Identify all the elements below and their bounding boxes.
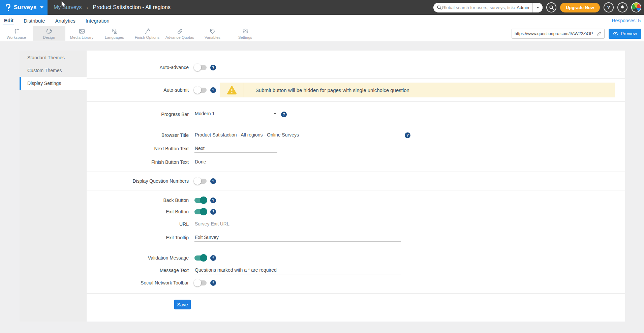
breadcrumb-my-surveys[interactable]: My Surveys [54, 4, 82, 10]
back-button-label: Back Button [87, 198, 194, 203]
sidebar-item-standard-themes[interactable]: Standard Themes [20, 51, 87, 64]
back-button-toggle[interactable] [194, 198, 207, 203]
sidebar-item-custom-themes[interactable]: Custom Themes [20, 64, 87, 77]
progress-bar-help-icon[interactable] [281, 112, 287, 117]
auto-submit-label: Auto-submit [87, 87, 194, 93]
progress-bar-value: Modern 1 [195, 111, 215, 116]
finish-button-text-label: Finish Button Text [87, 159, 194, 165]
toolbar-item-languages[interactable]: Languages [98, 26, 131, 41]
toolbar-item-advance-quotas[interactable]: Advance Quotas [163, 26, 196, 41]
tag-icon [209, 28, 216, 35]
browser-title-row: Browser Title [87, 128, 625, 142]
toolbar-item-media-library[interactable]: Media Library [65, 26, 98, 41]
display-question-numbers-label: Display Question Numbers [87, 178, 194, 184]
sidebar-item-display-settings[interactable]: Display Settings [20, 77, 87, 90]
social-network-toolbar-toggle[interactable] [194, 280, 207, 285]
auto-advance-toggle[interactable] [194, 65, 207, 70]
exit-url-input[interactable] [194, 220, 401, 228]
themes-sidebar: Standard Themes Custom Themes Display Se… [20, 51, 87, 322]
exit-url-label: URL [87, 221, 194, 227]
auto-advance-row: Auto-advance [87, 62, 625, 73]
edit-pencil-icon[interactable] [597, 31, 602, 36]
survey-url-box [512, 29, 605, 39]
exit-tooltip-label: Exit Tooltip [87, 235, 194, 240]
warning-triangle-icon [227, 86, 237, 95]
tab-analytics[interactable]: Analytics [55, 16, 76, 25]
workspace-icon [13, 28, 20, 35]
browser-title-help-icon[interactable] [405, 132, 410, 138]
exit-tooltip-input[interactable] [194, 234, 401, 242]
auto-advance-label: Auto-advance [87, 65, 194, 70]
display-question-numbers-help-icon[interactable] [210, 178, 216, 184]
chevron-down-icon [274, 113, 276, 115]
top-right-actions: Admin Upgrade Now ? [433, 0, 644, 15]
auto-advance-help-icon[interactable] [210, 65, 216, 70]
gear-icon [242, 28, 249, 35]
toolbar-item-variables[interactable]: Variables [196, 26, 229, 41]
auto-submit-help-icon[interactable] [210, 87, 216, 93]
user-avatar[interactable] [631, 2, 641, 12]
toolbar-item-settings[interactable]: Settings [229, 26, 262, 41]
display-settings-form: Auto-advance Auto-submit [87, 51, 625, 322]
validation-message-help-icon[interactable] [210, 255, 216, 261]
search-scope-dropdown[interactable] [532, 3, 543, 12]
social-network-toolbar-row: Social Network Toolbar [87, 277, 625, 289]
back-button-help-icon[interactable] [210, 198, 216, 203]
chevron-down-icon [40, 6, 43, 8]
top-bar: Surveys My Surveys › Product Satisfactio… [0, 0, 644, 15]
exit-button-help-icon[interactable] [210, 209, 216, 215]
auto-submit-toggle[interactable] [194, 88, 207, 93]
display-question-numbers-toggle[interactable] [194, 179, 207, 184]
toolbar-item-design[interactable]: Design [33, 26, 65, 41]
global-search: Admin [433, 3, 543, 12]
exit-button-toggle[interactable] [194, 209, 207, 214]
next-button-text-row: Next Button Text [87, 142, 625, 155]
tab-integration[interactable]: Integration [85, 16, 110, 25]
responses-count[interactable]: Responses: 5 [612, 18, 641, 23]
message-text-input[interactable] [194, 267, 401, 274]
preview-button[interactable]: Preview [609, 29, 641, 39]
search-button[interactable] [546, 2, 556, 12]
survey-url-input[interactable] [515, 31, 595, 36]
survey-nav: Edit Distribute Analytics Integration Re… [0, 15, 644, 26]
browser-title-input[interactable] [194, 131, 401, 139]
image-icon [79, 28, 85, 35]
message-text-row: Message Text [87, 264, 625, 277]
validation-message-toggle[interactable] [194, 255, 207, 261]
chain-link-icon [177, 28, 183, 35]
translate-icon [111, 28, 118, 35]
breadcrumb-separator: › [87, 5, 88, 10]
breadcrumb-current-survey: Product Satisfaction - All regions [93, 4, 171, 10]
exit-tooltip-row: Exit Tooltip [87, 231, 625, 244]
exit-button-row: Exit Button [87, 206, 625, 217]
tab-distribute[interactable]: Distribute [23, 16, 45, 25]
message-text-label: Message Text [87, 268, 194, 273]
magic-wand-icon [144, 28, 151, 35]
exit-url-row: URL [87, 217, 625, 231]
search-icon [549, 5, 554, 10]
global-search-input[interactable] [442, 5, 515, 10]
back-button-row: Back Button [87, 194, 625, 206]
progress-bar-select[interactable]: Modern 1 [194, 110, 277, 118]
help-button[interactable]: ? [604, 2, 614, 12]
tab-edit[interactable]: Edit [3, 16, 14, 25]
next-button-text-input[interactable] [194, 145, 277, 153]
search-icon [437, 5, 442, 10]
next-button-text-label: Next Button Text [87, 146, 194, 151]
surveys-menu[interactable]: Surveys [0, 0, 48, 15]
finish-button-text-input[interactable] [194, 158, 277, 166]
toolbar-item-finish-options[interactable]: Finish Options [131, 26, 163, 41]
toolbar-item-workspace[interactable]: Workspace [0, 26, 33, 41]
toolbar-right: Preview [512, 26, 644, 41]
auto-submit-warning-banner: Submit button will be hidden for pages w… [220, 83, 615, 97]
questionpro-logo-icon [4, 3, 11, 12]
display-settings-card: Standard Themes Custom Themes Display Se… [20, 51, 625, 322]
warning-message: Submit button will be hidden for pages w… [244, 87, 409, 93]
search-scope-label[interactable]: Admin [515, 5, 532, 10]
notifications-button[interactable] [617, 2, 627, 12]
upgrade-now-button[interactable]: Upgrade Now [560, 3, 600, 12]
chevron-down-icon [536, 7, 539, 8]
social-network-toolbar-help-icon[interactable] [210, 280, 216, 286]
save-button[interactable]: Save [174, 300, 191, 309]
breadcrumb: My Surveys › Product Satisfaction - All … [48, 0, 433, 15]
